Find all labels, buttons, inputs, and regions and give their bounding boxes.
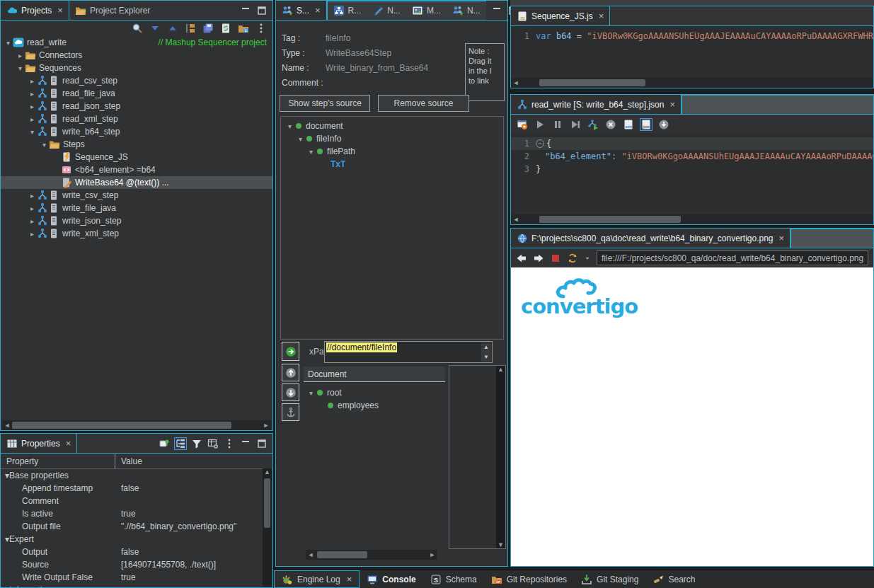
- dropdown-icon[interactable]: [584, 253, 591, 264]
- tree-item-read-write[interactable]: ▾read_write// Mashup Sequencer project: [1, 36, 272, 49]
- import-project-button[interactable]: [238, 23, 249, 34]
- bottom-tab-console[interactable]: Console: [360, 570, 422, 588]
- expander-icon[interactable]: ▸: [28, 192, 37, 200]
- expander-icon[interactable]: ▸: [28, 217, 37, 225]
- tree-item-root[interactable]: ▾root: [304, 386, 445, 399]
- tab-project-explorer[interactable]: Project Explorer: [69, 1, 156, 20]
- scroll-left-icon[interactable]: ◄: [511, 214, 521, 224]
- download-result-button[interactable]: [658, 119, 669, 130]
- close-icon[interactable]: ×: [669, 100, 675, 109]
- tree-item-read-file-java[interactable]: ▸read_file_java: [1, 87, 272, 100]
- expander-icon[interactable]: ▸: [28, 90, 37, 98]
- pin-property-view-button[interactable]: [159, 438, 170, 449]
- js-code-area[interactable]: 1 var b64 = "iVBORw0KGgoAAAANSUhEUgAAAJE…: [511, 26, 873, 78]
- tree-item-fileinfo[interactable]: ▾fileInfo: [281, 132, 503, 145]
- execute-sequence-button[interactable]: [587, 119, 599, 130]
- bottom-tab-search[interactable]: Search: [645, 570, 702, 588]
- result-vscrollbar[interactable]: ▲ ▼: [496, 366, 505, 548]
- tree-item-steps[interactable]: ▾Steps: [1, 138, 272, 151]
- property-row-source[interactable]: Source[1649071455708, ./text()]: [1, 558, 272, 571]
- expander-icon[interactable]: ▾: [4, 39, 13, 47]
- close-icon[interactable]: ×: [315, 6, 321, 15]
- tab-step-3[interactable]: M...: [406, 1, 447, 20]
- configure-columns-button[interactable]: [207, 438, 219, 449]
- anchor-button[interactable]: [282, 403, 299, 421]
- scroll-down-icon[interactable]: ▼: [496, 541, 505, 548]
- spinner-down-icon[interactable]: ▼: [481, 352, 491, 362]
- tree-mode-button[interactable]: [175, 438, 186, 449]
- expand-all-button[interactable]: [167, 23, 178, 34]
- property-row-base-properties[interactable]: ▾Base properties: [1, 469, 272, 482]
- tab-read-write-json[interactable]: read_write [S: write_b64_step].json ×: [511, 95, 682, 114]
- tree-item-read-csv-step[interactable]: ▸read_csv_step: [1, 74, 272, 87]
- tree-item-document[interactable]: ▾document: [281, 120, 503, 132]
- tab-step-0[interactable]: S...×: [276, 1, 327, 20]
- forward-icon[interactable]: [533, 253, 544, 264]
- property-row-write-output-false[interactable]: Write Output Falsetrue: [1, 571, 272, 584]
- scroll-up-icon[interactable]: ▲: [263, 468, 272, 475]
- expander-icon[interactable]: ▸: [16, 52, 25, 59]
- bottom-tab-schema[interactable]: SSchema: [423, 570, 484, 588]
- maximize-icon[interactable]: [256, 5, 268, 16]
- expander-icon[interactable]: ▸: [28, 103, 37, 110]
- column-value[interactable]: Value: [115, 456, 142, 466]
- tree-item-txt[interactable]: TxT: [281, 158, 503, 171]
- view-menu-button[interactable]: [224, 438, 235, 449]
- js-hscrollbar[interactable]: ◄: [511, 78, 873, 88]
- tab-sequence-js[interactable]: JS Sequence_JS.js ×: [511, 6, 610, 25]
- step-over-button[interactable]: [570, 119, 581, 130]
- properties-vscrollbar[interactable]: ▲: [263, 468, 272, 587]
- close-icon[interactable]: ×: [57, 6, 63, 15]
- property-row-output[interactable]: Outputfalse: [1, 546, 272, 558]
- expander-icon[interactable]: ▾: [285, 122, 294, 130]
- tree-item-writebase64-text[interactable]: WriteBase64 @(text()) ...: [1, 176, 272, 189]
- bottom-tab-git-repositories[interactable]: GITGit Repositories: [484, 570, 574, 588]
- search-button[interactable]: [132, 23, 143, 34]
- stop-icon[interactable]: [550, 253, 561, 264]
- expander-icon[interactable]: ▾: [16, 64, 25, 72]
- url-bar[interactable]: file:///F:/projects/sc800_qa/doc/read_wr…: [597, 250, 868, 265]
- json-code-area[interactable]: 1 − { 2 "b64_element": "iVBORw0KGgoAAAAN…: [511, 134, 873, 214]
- minimize-icon[interactable]: [240, 5, 251, 16]
- scroll-left-icon[interactable]: ◄: [2, 420, 12, 430]
- tree-item-write-file-java[interactable]: ▸write_file_java: [1, 202, 272, 214]
- maximize-button[interactable]: [256, 438, 268, 449]
- xpath-spinner[interactable]: ▲ ▼: [481, 342, 491, 362]
- expander-icon[interactable]: ▾: [306, 389, 316, 397]
- minimize-button[interactable]: [240, 438, 251, 449]
- view-menu-button[interactable]: [255, 23, 267, 34]
- tree-item-write-b64-step[interactable]: ▾write_b64_step: [1, 125, 272, 138]
- tree-item-b64-element-b64[interactable]: <b64_element> =b64: [1, 163, 272, 176]
- refresh-project-button[interactable]: [220, 23, 231, 34]
- expander-icon[interactable]: ▾: [306, 148, 316, 156]
- scroll-left-icon[interactable]: ◄: [306, 550, 316, 560]
- tree-item-sequence-js[interactable]: Sequence_JS: [1, 151, 272, 163]
- expander-icon[interactable]: ▸: [28, 230, 37, 238]
- tree-item-employees[interactable]: employees: [304, 399, 445, 412]
- xpath-input[interactable]: //document/fileInfo ▲ ▼: [324, 341, 493, 363]
- property-row-information[interactable]: ▾Information: [1, 584, 272, 587]
- close-icon[interactable]: ×: [347, 575, 352, 584]
- tab-properties[interactable]: Properties ×: [1, 434, 77, 453]
- expander-icon[interactable]: ▾: [28, 128, 37, 136]
- save-all-button[interactable]: [202, 23, 214, 34]
- document-list-header[interactable]: Document: [304, 367, 445, 382]
- fold-icon[interactable]: −: [536, 139, 544, 148]
- tree-item-write-csv-step[interactable]: ▸write_csv_step: [1, 189, 272, 202]
- remove-source-button[interactable]: Remove source: [378, 95, 469, 112]
- property-row-append-timestamp[interactable]: Append timestampfalse: [1, 482, 272, 495]
- close-icon[interactable]: ×: [66, 439, 71, 448]
- link-with-editor-button[interactable]: [185, 23, 196, 34]
- close-icon[interactable]: ×: [599, 11, 604, 21]
- tab-step-2[interactable]: N...: [367, 1, 406, 20]
- stop-button[interactable]: [605, 119, 616, 130]
- move-down-button[interactable]: [282, 384, 299, 401]
- tree-item-filepath[interactable]: ▾filePath: [281, 145, 503, 158]
- expander-icon[interactable]: ▸: [28, 115, 37, 123]
- bottom-tab-engine-log[interactable]: Engine Log×: [274, 570, 360, 588]
- filter-button[interactable]: [191, 438, 202, 449]
- expander-icon[interactable]: ▾: [40, 141, 49, 149]
- close-icon[interactable]: ×: [779, 234, 785, 243]
- collapse-all-button[interactable]: [149, 23, 161, 34]
- show-step-source-button[interactable]: Show step's source: [280, 95, 370, 112]
